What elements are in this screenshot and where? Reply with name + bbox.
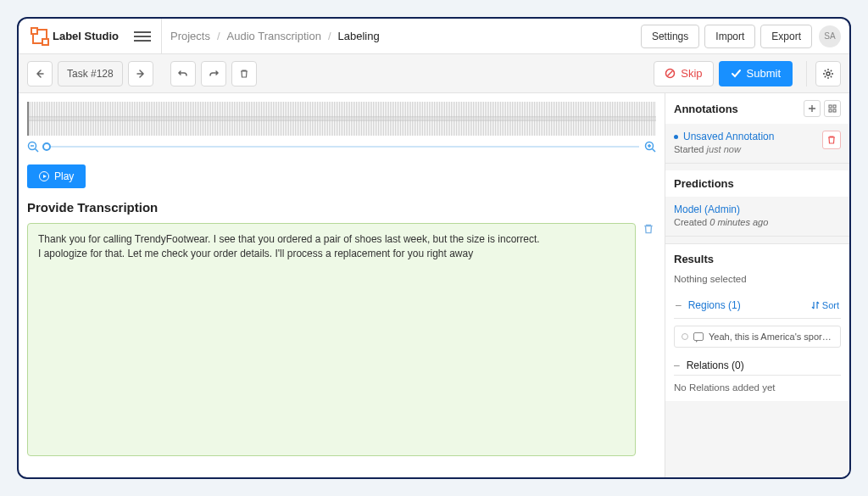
arrow-right-icon	[136, 69, 146, 79]
plus-icon	[808, 104, 816, 113]
annotations-panel: Annotations	[665, 93, 849, 164]
breadcrumb-collection[interactable]: Audio Transcription	[227, 30, 321, 42]
predictions-header: Predictions	[674, 177, 734, 190]
breadcrumb-current: Labeling	[338, 30, 380, 42]
no-relations-label: No Relations added yet	[674, 382, 841, 393]
region-item[interactable]: Yeah, this is America's sports talk s...	[674, 326, 841, 348]
predictions-panel: Predictions Model (Admin) Created 0 minu…	[665, 170, 849, 237]
submit-button[interactable]: Submit	[719, 61, 793, 86]
export-button[interactable]: Export	[760, 25, 812, 48]
app-window: Label Studio Projects / Audio Transcript…	[17, 17, 851, 479]
next-task-button[interactable]	[128, 61, 153, 86]
prev-task-button[interactable]	[27, 61, 53, 86]
top-bar: Label Studio Projects / Audio Transcript…	[19, 19, 849, 54]
main-panel: Play Provide Transcription Thank you for…	[19, 93, 665, 477]
svg-rect-7	[833, 109, 836, 112]
user-avatar[interactable]: SA	[819, 25, 841, 47]
waveform-controls	[27, 141, 656, 153]
trash-icon	[239, 69, 249, 79]
prediction-item[interactable]: Model (Admin)	[674, 203, 841, 215]
task-label: Task #128	[58, 61, 123, 86]
play-icon	[39, 171, 49, 181]
regions-toggle[interactable]: –Regions (1) Sort	[674, 293, 841, 319]
annotation-view-button[interactable]	[824, 100, 841, 117]
zoom-in-icon[interactable]	[644, 141, 656, 153]
cancel-icon	[665, 68, 676, 79]
trash-icon	[643, 223, 654, 235]
relations-toggle[interactable]: –Relations (0)	[674, 356, 841, 376]
zoom-slider[interactable]	[44, 142, 639, 151]
settings-gear-button[interactable]	[815, 61, 841, 86]
check-icon	[731, 68, 742, 79]
breadcrumb-projects[interactable]: Projects	[170, 30, 210, 42]
sort-icon	[811, 301, 820, 309]
delete-task-button[interactable]	[231, 61, 257, 86]
comment-icon	[693, 332, 704, 341]
settings-button[interactable]: Settings	[641, 25, 699, 48]
grid-icon	[828, 104, 837, 113]
sort-button[interactable]: Sort	[811, 300, 839, 310]
annotations-header: Annotations	[674, 103, 738, 115]
redo-button[interactable]	[201, 61, 226, 86]
app-logo[interactable]: Label Studio	[27, 29, 124, 44]
svg-rect-6	[829, 109, 832, 112]
region-text: Yeah, this is America's sports talk s...	[709, 332, 833, 342]
breadcrumb: Projects / Audio Transcription / Labelin…	[161, 19, 641, 53]
undo-button[interactable]	[170, 61, 196, 86]
svg-rect-5	[833, 105, 836, 108]
logo-icon	[32, 29, 47, 44]
gear-icon	[822, 68, 834, 80]
breadcrumb-sep: /	[217, 30, 220, 42]
unsaved-dot-icon	[674, 135, 678, 139]
redo-icon	[208, 68, 220, 80]
annotation-item[interactable]: Unsaved Annotation	[674, 131, 774, 142]
results-header: Results	[674, 253, 841, 265]
results-panel: Results Nothing selected –Regions (1) So…	[665, 243, 849, 401]
zoom-out-icon[interactable]	[27, 141, 39, 153]
app-body: Play Provide Transcription Thank you for…	[19, 93, 849, 477]
add-annotation-button[interactable]	[804, 100, 821, 117]
section-title: Provide Transcription	[27, 200, 656, 215]
trash-icon	[826, 135, 837, 145]
import-button[interactable]: Import	[704, 25, 755, 48]
delete-transcription-button[interactable]	[643, 223, 656, 237]
hamburger-menu-icon[interactable]	[134, 28, 151, 45]
sidebar: Annotations	[665, 93, 849, 477]
delete-annotation-button[interactable]	[822, 131, 841, 149]
skip-button[interactable]: Skip	[654, 61, 713, 86]
transcription-row: Thank you for calling TrendyFootwear. I …	[27, 223, 656, 456]
svg-rect-4	[829, 105, 832, 108]
svg-point-1	[826, 72, 830, 75]
breadcrumb-sep: /	[328, 30, 331, 42]
region-marker-icon	[682, 333, 688, 340]
audio-waveform[interactable]	[27, 102, 656, 136]
app-name: Label Studio	[53, 30, 119, 42]
nothing-selected-label: Nothing selected	[674, 274, 841, 284]
transcription-textarea[interactable]: Thank you for calling TrendyFootwear. I …	[27, 223, 636, 456]
play-button[interactable]: Play	[27, 164, 86, 188]
arrow-left-icon	[35, 69, 45, 79]
task-toolbar: Task #128 Skip Submit	[19, 54, 849, 93]
undo-icon	[177, 68, 189, 80]
